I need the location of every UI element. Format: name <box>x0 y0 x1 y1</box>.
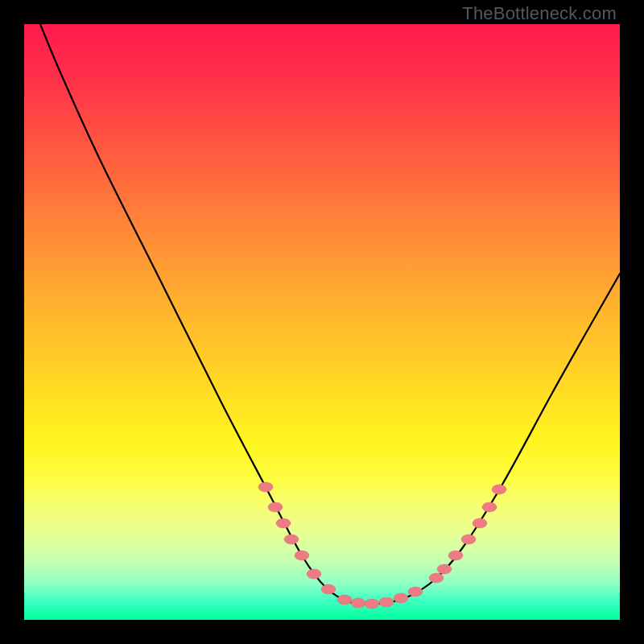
marker-dot <box>408 587 423 597</box>
marker-dot <box>284 535 299 544</box>
gradient-plot-area <box>24 24 620 620</box>
marker-dot <box>379 597 394 607</box>
marker-dot <box>276 518 291 528</box>
marker-dot <box>448 551 463 560</box>
marker-dot <box>268 502 283 512</box>
marker-dot <box>337 595 352 605</box>
marker-dot <box>321 584 336 594</box>
marker-dot <box>437 564 452 574</box>
watermark-text: TheBottleneck.com <box>462 3 617 24</box>
bottleneck-curve <box>40 24 620 605</box>
marker-dot <box>461 535 476 544</box>
bottleneck-chart-svg <box>24 24 620 620</box>
marker-dot <box>482 502 497 512</box>
marker-dot <box>394 593 408 603</box>
marker-dot <box>307 569 321 579</box>
marker-dot <box>258 482 273 492</box>
marker-dot <box>351 598 365 608</box>
marker-dot <box>429 573 444 583</box>
marker-dot <box>365 599 379 609</box>
marker-dot <box>492 485 506 494</box>
marker-dot <box>473 518 487 528</box>
marker-dot <box>295 551 309 560</box>
